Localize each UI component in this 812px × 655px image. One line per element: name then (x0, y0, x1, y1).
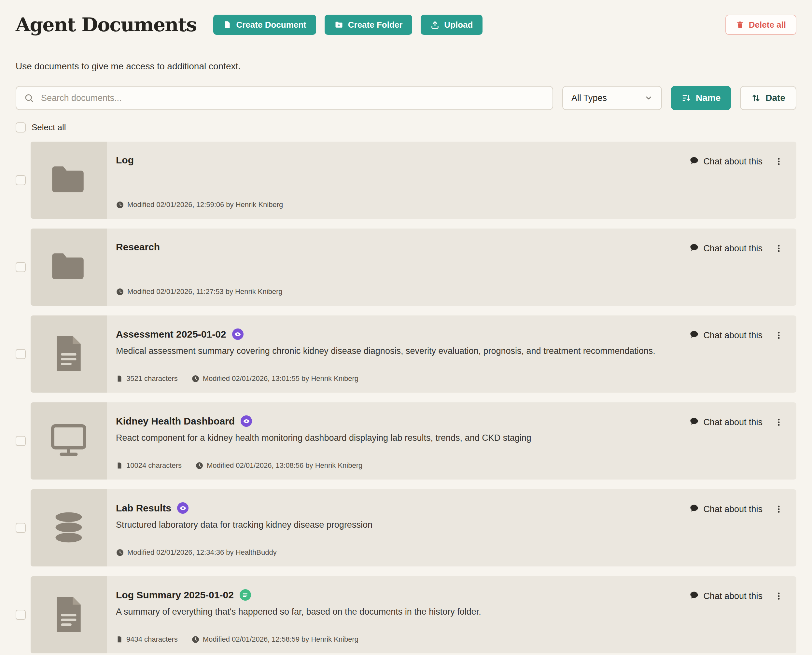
char-count: 9434 characters (116, 635, 178, 644)
document-row: Log Modified 02/01/2026, 12:59:06 by Hen… (15, 141, 797, 219)
delete-all-button[interactable]: Delete all (725, 15, 797, 35)
document-row: Kidney Health Dashboard React component … (15, 402, 797, 480)
more-options-button[interactable] (774, 504, 783, 514)
clock-icon (116, 549, 124, 557)
item-description: Medical assessment summary covering chro… (116, 345, 683, 357)
row-checkbox[interactable] (15, 436, 26, 446)
type-filter-dropdown[interactable]: All Types (562, 86, 662, 110)
chat-about-this-button[interactable]: Chat about this (690, 156, 763, 167)
more-options-button[interactable] (774, 417, 783, 427)
clock-icon (191, 375, 200, 383)
visible-eye-badge (232, 329, 243, 340)
sort-date-button[interactable]: Date (740, 86, 797, 110)
item-title: Assessment 2025-01-02 (116, 329, 226, 340)
chat-about-this-button[interactable]: Chat about this (690, 504, 763, 515)
char-count: 3521 characters (116, 374, 178, 383)
search-icon (24, 93, 34, 103)
folder-plus-icon (334, 20, 343, 29)
card-actions: Chat about this (690, 141, 797, 219)
clock-icon (191, 635, 200, 644)
canvas-card-kidney-dashboard[interactable]: Kidney Health Dashboard React component … (31, 402, 797, 480)
search-box (15, 86, 553, 110)
modified-info: Modified 02/01/2026, 11:27:53 by Henrik … (116, 288, 283, 296)
chat-bubble-icon (690, 330, 699, 341)
trash-icon (736, 20, 744, 29)
document-card-log-summary[interactable]: Log Summary 2025-01-02 A summary of ever… (31, 576, 797, 653)
item-description: Structured laboratory data for tracking … (116, 519, 683, 530)
modified-info: Modified 02/01/2026, 13:01:55 by Henrik … (191, 374, 358, 383)
modified-info: Modified 02/01/2026, 12:34:36 by HealthB… (116, 548, 277, 557)
chat-about-this-button[interactable]: Chat about this (690, 417, 763, 428)
database-icon (51, 511, 86, 545)
row-checkbox[interactable] (15, 262, 26, 272)
clock-icon (195, 461, 203, 470)
document-row: Research Modified 02/01/2026, 11:27:53 b… (15, 229, 797, 306)
document-card-assessment[interactable]: Assessment 2025-01-02 Medical assessment… (31, 315, 797, 393)
chevron-down-icon (644, 94, 653, 102)
card-actions: Chat about this (690, 402, 797, 480)
item-description: React component for a kidney health moni… (116, 432, 683, 444)
thumbnail (31, 141, 107, 219)
sort-arrows-icon (751, 93, 761, 103)
file-small-icon (116, 636, 123, 643)
agent-documents-page: Agent Documents Create Document Create F… (0, 0, 812, 655)
document-icon (223, 20, 232, 29)
upload-button[interactable]: Upload (421, 15, 483, 35)
chat-about-this-button[interactable]: Chat about this (690, 590, 763, 602)
more-options-button[interactable] (774, 156, 783, 166)
create-document-label: Create Document (236, 20, 306, 30)
document-list: Log Modified 02/01/2026, 12:59:06 by Hen… (15, 141, 797, 653)
create-folder-button[interactable]: Create Folder (324, 15, 412, 35)
file-icon (53, 595, 85, 635)
header-buttons: Create Document Create Folder Upload (213, 15, 483, 35)
header: Agent Documents Create Document Create F… (15, 14, 797, 36)
item-description: A summary of everything that's happened … (116, 606, 683, 618)
item-title: Log (116, 155, 134, 166)
row-checkbox[interactable] (15, 523, 26, 533)
row-checkbox[interactable] (15, 610, 26, 620)
type-filter-value: All Types (571, 93, 607, 103)
chat-bubble-icon (690, 243, 699, 254)
data-card-lab-results[interactable]: Lab Results Structured laboratory data f… (31, 489, 797, 566)
item-title: Kidney Health Dashboard (116, 416, 235, 427)
card-content: Kidney Health Dashboard React component … (107, 402, 690, 480)
more-options-button[interactable] (774, 590, 783, 601)
char-count: 10024 characters (116, 461, 181, 470)
chat-about-this-button[interactable]: Chat about this (690, 330, 763, 341)
page-title: Agent Documents (15, 14, 196, 36)
folder-card-research[interactable]: Research Modified 02/01/2026, 11:27:53 b… (31, 229, 797, 306)
clock-icon (116, 201, 124, 209)
summary-lines-badge (240, 589, 251, 601)
sort-name-label: Name (696, 93, 721, 103)
folder-icon (49, 247, 89, 288)
thumbnail (31, 229, 107, 306)
monitor-icon (49, 423, 89, 460)
more-options-button[interactable] (774, 330, 783, 340)
search-input[interactable] (15, 86, 553, 110)
item-title: Log Summary 2025-01-02 (116, 590, 234, 601)
thumbnail (31, 489, 107, 566)
create-document-button[interactable]: Create Document (213, 15, 316, 35)
visible-eye-badge (177, 502, 189, 514)
modified-info: Modified 02/01/2026, 12:59:06 by Henrik … (116, 200, 283, 209)
document-row: Assessment 2025-01-02 Medical assessment… (15, 315, 797, 393)
sort-name-button[interactable]: Name (671, 86, 731, 110)
row-checkbox[interactable] (15, 349, 26, 359)
thumbnail (31, 315, 107, 393)
item-title: Research (116, 241, 160, 253)
thumbnail (31, 402, 107, 480)
upload-label: Upload (444, 20, 473, 30)
modified-info: Modified 02/01/2026, 13:08:56 by Henrik … (195, 461, 362, 470)
more-options-button[interactable] (774, 243, 783, 253)
chat-about-this-button[interactable]: Chat about this (690, 243, 763, 254)
chat-bubble-icon (690, 504, 699, 515)
sort-date-label: Date (766, 93, 785, 103)
card-content: Lab Results Structured laboratory data f… (107, 489, 690, 566)
folder-card-log[interactable]: Log Modified 02/01/2026, 12:59:06 by Hen… (31, 141, 797, 219)
document-row: Log Summary 2025-01-02 A summary of ever… (15, 576, 797, 653)
card-content: Log Modified 02/01/2026, 12:59:06 by Hen… (107, 141, 690, 219)
select-all-label: Select all (32, 122, 66, 132)
upload-icon (431, 20, 440, 29)
select-all-checkbox[interactable] (15, 122, 26, 132)
row-checkbox[interactable] (15, 175, 26, 185)
